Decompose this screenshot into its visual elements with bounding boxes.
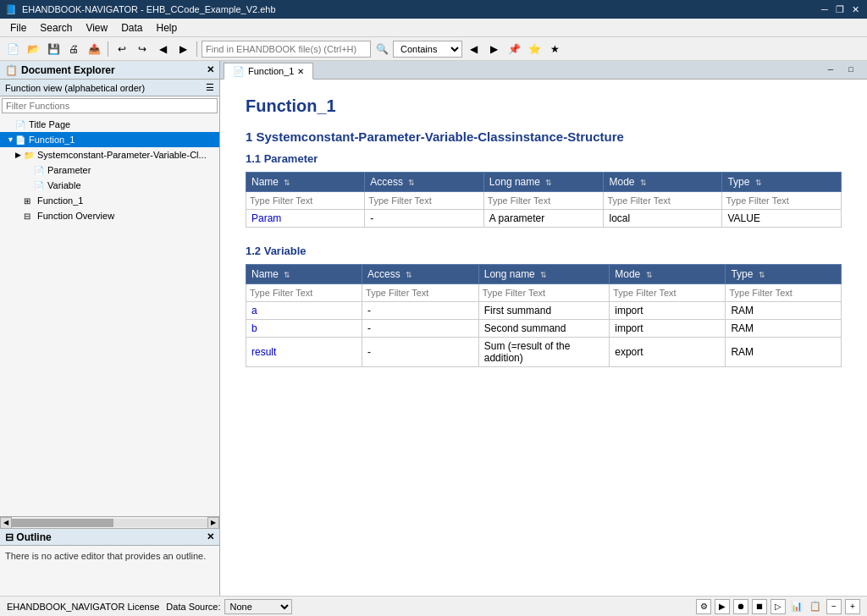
nav-next-btn[interactable]: ▶ <box>484 40 503 58</box>
sort-icon-type-1[interactable]: ⇅ <box>755 179 762 187</box>
scroll-left-btn[interactable]: ◀ <box>0 517 12 529</box>
tab-maximize-btn[interactable]: □ <box>842 61 860 79</box>
tree-item-function-overview[interactable]: ⊟ Function Overview <box>0 208 219 223</box>
tree-item-title-page[interactable]: 📄 Title Page <box>0 117 219 132</box>
filter-functions-input[interactable] <box>2 98 218 113</box>
filter-name-1[interactable] <box>250 194 361 207</box>
tab-function1[interactable]: 📄 Function_1 ✕ <box>224 63 313 80</box>
maximize-button[interactable]: ❐ <box>833 3 847 16</box>
menu-data[interactable]: Data <box>114 20 149 36</box>
tab-bar: 📄 Function_1 ✕ ─ □ <box>220 61 867 80</box>
parameter-table: Name ⇅ Access ⇅ Long name ⇅ Mode ⇅ Type … <box>246 172 842 228</box>
menu-help[interactable]: Help <box>150 20 185 36</box>
print-btn[interactable]: 🖨 <box>64 40 83 58</box>
tree-item-parameter[interactable]: 📄 Parameter <box>0 162 219 178</box>
col-mode-1: Mode ⇅ <box>604 173 722 192</box>
doc-explorer-label-group: 📋 Document Explorer <box>5 64 115 76</box>
filter-type-1[interactable] <box>726 194 837 207</box>
status-btn-5[interactable]: ▷ <box>770 599 786 614</box>
tree-item-variable[interactable]: 📄 Variable <box>0 178 219 193</box>
filter-name-2[interactable] <box>250 286 358 300</box>
icon-title-page: 📄 <box>15 120 27 129</box>
filter-mode-2[interactable] <box>613 286 721 300</box>
cell-name-result[interactable]: result <box>246 338 362 367</box>
status-btn-2[interactable]: ▶ <box>715 599 730 614</box>
zoom-minus-btn[interactable]: − <box>826 599 842 614</box>
fav2-btn[interactable]: ★ <box>545 40 564 58</box>
tab-minimize-btn[interactable]: ─ <box>821 61 840 79</box>
cell-name-param[interactable]: Param <box>246 210 365 228</box>
sort-icon-type-2[interactable]: ⇅ <box>759 271 765 279</box>
outline-close-btn[interactable]: ✕ <box>207 531 214 542</box>
sort-icon-access-1[interactable]: ⇅ <box>408 179 415 187</box>
icon-sysconst: 📁 <box>24 151 36 160</box>
menu-search[interactable]: Search <box>33 20 79 36</box>
status-btn-1[interactable]: ⚙ <box>696 599 711 614</box>
cell-name-a[interactable]: a <box>246 302 362 320</box>
sort-icon-longname-1[interactable]: ⇅ <box>545 179 552 187</box>
doc-explorer-label: Document Explorer <box>21 64 115 76</box>
tree-item-function1[interactable]: ▼ 📄 Function_1 <box>0 132 219 147</box>
sort-icon-name-1[interactable]: ⇅ <box>284 179 290 187</box>
search-mode-select[interactable]: Contains Starts with Exact <box>393 41 462 58</box>
filter-longname-2[interactable] <box>483 286 605 300</box>
tree-item-function1b[interactable]: ⊞ Function_1 <box>0 193 219 208</box>
outline-header-left: ⊟ Outline <box>5 531 52 543</box>
open-btn[interactable]: 📂 <box>24 40 42 58</box>
cell-name-b[interactable]: b <box>246 320 362 338</box>
menu-view[interactable]: View <box>79 20 114 36</box>
new-btn[interactable]: 📄 <box>3 40 22 58</box>
filter-mode-1[interactable] <box>607 194 718 207</box>
table-row: a - First summand import RAM <box>246 302 842 320</box>
function-view-menu-icon[interactable]: ☰ <box>206 82 214 93</box>
tree-item-sysconst[interactable]: ▶ 📁 Systemconstant-Parameter-Variable-Cl… <box>0 147 219 162</box>
tab-close-btn[interactable]: ✕ <box>297 67 304 76</box>
redo-btn[interactable]: ↪ <box>133 40 152 58</box>
minimize-button[interactable]: ─ <box>818 3 831 16</box>
sort-icon-mode-1[interactable]: ⇅ <box>640 179 647 187</box>
tree-label-title-page: Title Page <box>29 119 70 129</box>
export-btn[interactable]: 📤 <box>85 40 103 58</box>
filter-access-1[interactable] <box>368 194 480 207</box>
cell-type-result: RAM <box>726 338 842 367</box>
cell-mode-result: export <box>610 338 726 367</box>
fav1-btn[interactable]: ⭐ <box>525 40 544 58</box>
scroll-right-btn[interactable]: ▶ <box>207 517 219 529</box>
outline-header: ⊟ Outline ✕ <box>0 529 219 546</box>
right-panel: 📄 Function_1 ✕ ─ □ Function_1 1 Systemco… <box>220 61 867 596</box>
sort-icon-longname-2[interactable]: ⇅ <box>540 271 547 279</box>
tree-label-parameter: Parameter <box>47 165 91 175</box>
pin-btn[interactable]: 📌 <box>505 40 523 58</box>
search-input[interactable] <box>202 41 371 58</box>
sort-icon-mode-2[interactable]: ⇅ <box>646 271 653 279</box>
arrow-function-overview <box>15 212 24 220</box>
icon-function1b: ⊞ <box>24 196 36 206</box>
doc-explorer-close-btn[interactable]: ✕ <box>207 64 214 75</box>
nav-prev-btn[interactable]: ◀ <box>464 40 483 58</box>
datasource-label: Data Source: <box>166 602 220 612</box>
section1-title: 1 Systemconstant-Parameter-Variable-Clas… <box>246 129 842 144</box>
filter-access-2[interactable] <box>366 286 475 300</box>
sort-icon-access-2[interactable]: ⇅ <box>406 271 412 279</box>
forward-btn[interactable]: ▶ <box>174 40 192 58</box>
scrollbar-thumb[interactable] <box>12 519 113 527</box>
status-btn-3[interactable]: ⏺ <box>733 599 748 614</box>
filter-type-2[interactable] <box>729 286 837 300</box>
status-btn-4[interactable]: ⏹ <box>752 599 767 614</box>
zoom-plus-btn[interactable]: + <box>845 599 860 614</box>
filter-longname-1[interactable] <box>488 194 600 207</box>
left-scrollbar[interactable]: ◀ ▶ <box>0 516 219 528</box>
search-icon[interactable]: 🔍 <box>373 40 391 58</box>
col-longname-2: Long name ⇅ <box>478 265 609 284</box>
cell-type-param: VALUE <box>722 210 842 228</box>
back-btn[interactable]: ◀ <box>153 40 172 58</box>
datasource-select[interactable]: None CAN XCP <box>224 599 292 614</box>
cell-longname-b: Second summand <box>478 320 609 338</box>
menu-file[interactable]: File <box>3 20 33 36</box>
page-title: Function_1 <box>246 96 842 116</box>
sort-icon-name-2[interactable]: ⇅ <box>284 271 290 279</box>
undo-btn[interactable]: ↩ <box>113 40 131 58</box>
license-text: EHANDBOOK_NAVIGATOR License <box>7 602 159 612</box>
save-btn[interactable]: 💾 <box>44 40 63 58</box>
close-button[interactable]: ✕ <box>848 3 862 16</box>
